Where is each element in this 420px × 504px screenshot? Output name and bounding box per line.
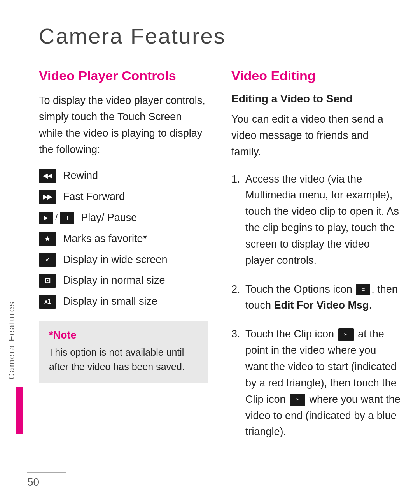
fastforward-icon: ▶▶ [39,190,56,204]
step1-text: Access the video (via the Multimedia men… [245,171,401,269]
right-column: Video Editing Editing a Video to Send Yo… [231,68,401,481]
right-intro-text: You can edit a video then send a video m… [231,111,401,160]
fastforward-label: Fast Forward [63,190,125,204]
normalsize-label: Display in normal size [63,273,165,288]
step2-number: 2. [231,281,245,314]
list-item-fastforward: ▶▶ Fast Forward [39,190,208,204]
smallsize-label: Display in small size [63,294,158,309]
list-item-step1: 1. Access the video (via the Multimedia … [231,171,401,269]
rewind-label: Rewind [63,169,98,183]
step3-text: Touch the Clip icon ✂ at the point in th… [245,326,401,440]
playpause-icon-pair: ▶ / ⏸ [39,212,74,224]
sidebar-accent [16,387,23,434]
widescreen-icon: ⤢ [39,253,56,267]
clip-icon-1: ✂ [338,328,354,341]
play-icon: ▶ [39,212,53,224]
step2-text: Touch the Options icon ≡, then touch Edi… [245,281,401,314]
right-section-title: Video Editing [231,68,401,83]
list-item-playpause: ▶ / ⏸ Play/ Pause [39,211,208,225]
slash-separator: / [55,212,58,224]
sidebar: Camera Features [0,0,23,504]
clip-icon-2: ✂ [290,394,305,406]
playpause-label: Play/ Pause [81,211,137,225]
columns: Video Player Controls To display the vid… [39,68,401,481]
list-item-step3: 3. Touch the Clip icon ✂ at the point in… [231,326,401,440]
list-item-normal: ⊡ Display in normal size [39,273,208,288]
rewind-icon: ◀◀ [39,169,56,183]
icon-list: ◀◀ Rewind ▶▶ Fast Forward ▶ / ⏸ Play/ [39,169,208,309]
note-title: *Note [49,329,198,341]
page-title: Camera Features [39,23,401,49]
list-item-small: x1 Display in small size [39,294,208,309]
list-item-wide: ⤢ Display in wide screen [39,253,208,267]
sidebar-label: Camera Features [7,301,17,379]
options-icon: ≡ [356,284,370,295]
main-content: Camera Features Video Player Controls To… [23,0,420,504]
subsection-title: Editing a Video to Send [231,93,401,105]
list-item-rewind: ◀◀ Rewind [39,169,208,183]
numbered-list: 1. Access the video (via the Multimedia … [231,171,401,441]
left-column: Video Player Controls To display the vid… [39,68,208,481]
step3-number: 3. [231,326,245,440]
list-item-step2: 2. Touch the Options icon ≡, then touch … [231,281,401,314]
note-box: *Note This option is not available until… [39,321,208,383]
widescreen-label: Display in wide screen [63,253,168,267]
pause-icon: ⏸ [60,212,74,224]
smallsize-icon: x1 [39,295,56,309]
star-icon: ★ [39,232,56,246]
page-number: 50 [27,476,39,488]
step1-number: 1. [231,171,245,269]
left-section-title: Video Player Controls [39,68,208,83]
page-bottom-line [27,472,66,473]
left-intro-text: To display the video player controls, si… [39,93,208,158]
page-container: Camera Features Camera Features Video Pl… [0,0,420,504]
note-text: This option is not available until after… [49,345,198,374]
star-label: Marks as favorite* [63,232,147,246]
list-item-star: ★ Marks as favorite* [39,232,208,246]
normalsize-icon: ⊡ [39,274,56,288]
